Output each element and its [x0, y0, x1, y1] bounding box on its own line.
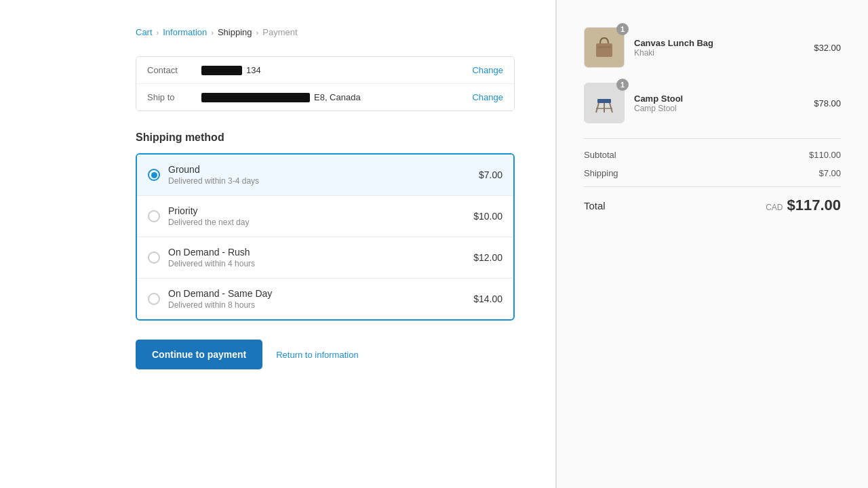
- subtotal-label: Subtotal: [584, 150, 616, 160]
- ground-details: Ground Delivered within 3-4 days: [168, 164, 479, 186]
- radio-rush: [148, 251, 160, 264]
- shipping-option-same-day[interactable]: On Demand - Same Day Delivered within 8 …: [137, 279, 513, 319]
- shipping-method-title: Shipping method: [136, 131, 515, 144]
- shipping-option-priority[interactable]: Priority Delivered the next day $10.00: [137, 196, 513, 237]
- ship-to-suffix: E8, Canada: [314, 92, 361, 102]
- order-item-camp-stool: 1 Camp Stool Camp Stool $78.00: [584, 83, 841, 123]
- ground-desc: Delivered within 3-4 days: [168, 176, 479, 186]
- breadcrumb: Cart › Information › Shipping › Payment: [136, 27, 515, 37]
- lunch-bag-name: Canvas Lunch Bag: [634, 38, 804, 48]
- priority-name: Priority: [168, 205, 473, 216]
- radio-same-day: [148, 293, 160, 305]
- contact-redact: [201, 66, 242, 75]
- contact-row: Contact 134 Change: [136, 57, 514, 84]
- contact-label: Contact: [147, 65, 201, 75]
- svg-rect-2: [597, 99, 611, 103]
- radio-ground: [148, 169, 160, 181]
- camp-stool-name: Camp Stool: [634, 94, 804, 104]
- breadcrumb-cart[interactable]: Cart: [136, 27, 153, 37]
- camp-stool-variant: Camp Stool: [634, 104, 804, 113]
- contact-value: 134: [201, 65, 472, 75]
- same-day-details: On Demand - Same Day Delivered within 8 …: [168, 288, 473, 310]
- action-buttons: Continue to payment Return to informatio…: [136, 340, 515, 369]
- total-label: Total: [584, 200, 606, 211]
- ship-to-label: Ship to: [147, 92, 201, 102]
- return-to-information-button[interactable]: Return to information: [276, 350, 358, 360]
- shipping-row: Shipping $7.00: [584, 164, 841, 182]
- shipping-method-section: Shipping method Ground Delivered within …: [136, 131, 515, 321]
- lunch-bag-icon: [591, 34, 618, 61]
- lunch-bag-info: Canvas Lunch Bag Khaki: [634, 38, 804, 58]
- breadcrumb-sep-3: ›: [256, 28, 259, 37]
- total-amount: $117.00: [787, 197, 841, 214]
- priority-desc: Delivered the next day: [168, 218, 473, 227]
- ground-name: Ground: [168, 164, 479, 175]
- shipping-value: $7.00: [818, 168, 841, 178]
- continue-to-payment-button[interactable]: Continue to payment: [136, 340, 262, 369]
- breadcrumb-payment: Payment: [262, 27, 297, 37]
- contact-suffix: 134: [246, 65, 261, 75]
- lunch-bag-variant: Khaki: [634, 48, 804, 58]
- priority-price: $10.00: [473, 211, 502, 222]
- rush-price: $12.00: [473, 252, 502, 263]
- shipping-option-ground[interactable]: Ground Delivered within 3-4 days $7.00: [137, 155, 513, 196]
- order-summary-panel: 1 Canvas Lunch Bag Khaki $32.00: [556, 0, 868, 488]
- camp-stool-price: $78.00: [814, 98, 841, 108]
- lunch-bag-image-wrap: 1: [584, 27, 625, 68]
- total-value-wrap: CAD $117.00: [766, 197, 841, 214]
- rush-name: On Demand - Rush: [168, 247, 473, 258]
- order-divider: [584, 138, 841, 139]
- svg-line-3: [596, 103, 599, 113]
- camp-stool-badge: 1: [616, 79, 629, 91]
- rush-details: On Demand - Rush Delivered within 4 hour…: [168, 247, 473, 268]
- same-day-price: $14.00: [473, 293, 502, 304]
- subtotal-value: $110.00: [809, 150, 841, 160]
- svg-rect-0: [596, 43, 612, 57]
- total-currency: CAD: [766, 203, 783, 212]
- breadcrumb-shipping: Shipping: [218, 27, 252, 37]
- svg-line-5: [610, 103, 612, 113]
- ship-to-redact: [201, 93, 310, 102]
- ship-to-change[interactable]: Change: [472, 92, 503, 102]
- shipping-label: Shipping: [584, 168, 618, 178]
- breadcrumb-sep-1: ›: [157, 28, 159, 37]
- ground-price: $7.00: [479, 169, 502, 180]
- order-info-table: Contact 134 Change Ship to E8, Canada Ch…: [136, 56, 515, 111]
- camp-stool-info: Camp Stool Camp Stool: [634, 94, 804, 113]
- lunch-bag-badge: 1: [616, 23, 629, 35]
- breadcrumb-sep-2: ›: [211, 28, 214, 37]
- order-item-lunch-bag: 1 Canvas Lunch Bag Khaki $32.00: [584, 27, 841, 68]
- subtotal-row: Subtotal $110.00: [584, 146, 841, 164]
- lunch-bag-price: $32.00: [814, 43, 841, 53]
- shipping-options-list: Ground Delivered within 3-4 days $7.00 P…: [136, 153, 515, 321]
- radio-priority: [148, 210, 160, 222]
- priority-details: Priority Delivered the next day: [168, 205, 473, 227]
- ship-to-value: E8, Canada: [201, 92, 472, 102]
- breadcrumb-information[interactable]: Information: [163, 27, 207, 37]
- same-day-desc: Delivered within 8 hours: [168, 300, 473, 310]
- shipping-option-rush[interactable]: On Demand - Rush Delivered within 4 hour…: [137, 237, 513, 279]
- total-row: Total CAD $117.00: [584, 186, 841, 217]
- ship-to-row: Ship to E8, Canada Change: [136, 84, 514, 110]
- rush-desc: Delivered within 4 hours: [168, 259, 473, 268]
- camp-stool-icon: [591, 89, 618, 117]
- camp-stool-image-wrap: 1: [584, 83, 625, 123]
- radio-inner-ground: [151, 172, 157, 178]
- same-day-name: On Demand - Same Day: [168, 288, 473, 299]
- svg-rect-1: [597, 46, 611, 48]
- contact-change[interactable]: Change: [472, 65, 503, 75]
